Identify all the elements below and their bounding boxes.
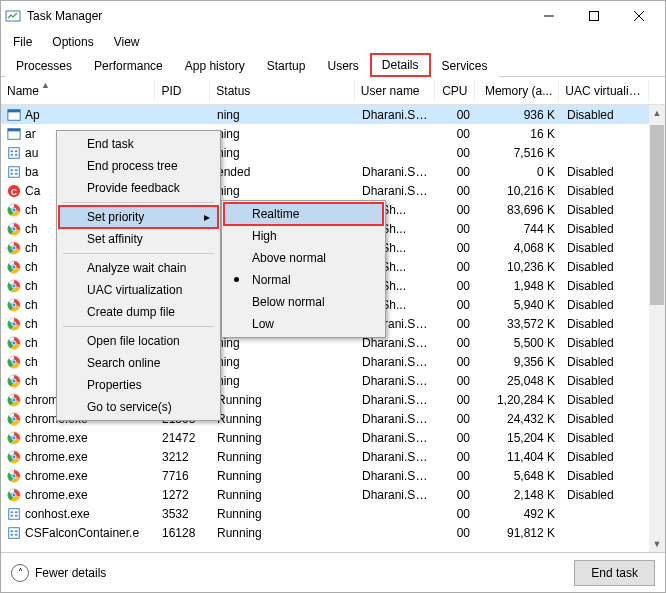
scrollbar-thumb[interactable]: [650, 125, 664, 305]
menu-uac-virt[interactable]: UAC virtualization: [59, 279, 218, 301]
svg-rect-0: [6, 11, 20, 21]
svg-rect-9: [9, 147, 20, 158]
svg-rect-14: [9, 166, 20, 177]
menu-file[interactable]: File: [5, 33, 40, 51]
tab-processes[interactable]: Processes: [5, 55, 83, 77]
sort-asc-icon: ▲: [41, 80, 50, 90]
tab-services[interactable]: Services: [431, 55, 499, 77]
menu-go-to-services[interactable]: Go to service(s): [59, 396, 218, 418]
cell-name: ba: [25, 165, 38, 179]
col-header-pid[interactable]: PID: [155, 80, 210, 102]
col-header-status[interactable]: Status: [210, 80, 355, 102]
cell-status: Running: [211, 522, 356, 543]
statusbar: ˄ Fewer details End task: [1, 552, 665, 592]
menu-analyze-wait[interactable]: Analyze wait chain: [59, 257, 218, 279]
tab-performance[interactable]: Performance: [83, 55, 174, 77]
cell-name: ch: [25, 298, 38, 312]
cell-uac: Disabled: [561, 105, 651, 126]
svg-point-53: [12, 397, 16, 401]
tab-startup[interactable]: Startup: [256, 55, 317, 77]
cell-name: ch: [25, 279, 38, 293]
scroll-down-icon[interactable]: ▼: [649, 536, 665, 552]
menu-priority-above-normal[interactable]: Above normal: [224, 247, 383, 269]
tab-app-history[interactable]: App history: [174, 55, 256, 77]
titlebar[interactable]: Task Manager: [1, 1, 665, 31]
menu-options[interactable]: Options: [44, 33, 101, 51]
svg-point-62: [12, 454, 16, 458]
cell-uac: [561, 149, 651, 157]
svg-rect-15: [11, 169, 14, 171]
menu-set-priority[interactable]: Set priority▸: [59, 206, 218, 228]
menu-priority-high[interactable]: High: [224, 225, 383, 247]
table-row[interactable]: CSFalconContainer.e16128Running0091,812 …: [1, 523, 665, 542]
cell-name: ch: [25, 336, 38, 350]
separator: [63, 202, 214, 203]
cell-memory: 91,812 K: [476, 522, 561, 543]
cell-name: chrome.exe: [25, 431, 88, 445]
context-menu-priority: Realtime High Above normal Normal Below …: [221, 200, 386, 338]
menu-feedback[interactable]: Provide feedback: [59, 177, 218, 199]
menu-priority-low[interactable]: Low: [224, 313, 383, 335]
col-header-memory[interactable]: Memory (a...: [475, 80, 560, 102]
tab-details[interactable]: Details: [370, 53, 431, 77]
menu-open-location[interactable]: Open file location: [59, 330, 218, 352]
table-row[interactable]: ApningDharani.Sh...00936 KDisabled: [1, 105, 665, 124]
tab-users[interactable]: Users: [316, 55, 369, 77]
svg-point-50: [12, 378, 16, 382]
svg-point-23: [12, 207, 16, 211]
menu-search-online[interactable]: Search online: [59, 352, 218, 374]
svg-rect-12: [15, 150, 18, 152]
cell-uac: [561, 510, 651, 518]
menu-view[interactable]: View: [106, 33, 148, 51]
svg-rect-74: [9, 527, 20, 538]
table-row[interactable]: chrome.exe7716RunningDharani.Sh...005,64…: [1, 466, 665, 485]
col-header-cpu[interactable]: CPU: [435, 80, 475, 102]
close-button[interactable]: [616, 1, 661, 31]
maximize-button[interactable]: [571, 1, 616, 31]
fewer-details-button[interactable]: ˄ Fewer details: [11, 564, 106, 582]
minimize-button[interactable]: [526, 1, 571, 31]
table-row[interactable]: chrome.exe1272RunningDharani.Sh...002,14…: [1, 485, 665, 504]
svg-rect-13: [15, 153, 18, 155]
menu-create-dump[interactable]: Create dump file: [59, 301, 218, 323]
context-menu-process: End task End process tree Provide feedba…: [56, 130, 221, 421]
cell-pid: 16128: [156, 522, 211, 543]
scrollbar-vertical[interactable]: ▲ ▼: [649, 105, 665, 552]
table-row[interactable]: chrome.exe3212RunningDharani.Sh...0011,4…: [1, 447, 665, 466]
col-header-uac[interactable]: UAC virtualizat...: [559, 80, 649, 102]
cell-name: au: [25, 146, 38, 160]
col-header-user[interactable]: User name: [355, 80, 435, 102]
cell-name: ch: [25, 241, 38, 255]
svg-point-47: [12, 359, 16, 363]
tab-bar: Processes Performance App history Startu…: [1, 53, 665, 77]
svg-point-38: [12, 302, 16, 306]
cell-name: Ap: [25, 108, 40, 122]
menubar: File Options View: [1, 31, 665, 53]
menu-set-affinity[interactable]: Set affinity: [59, 228, 218, 250]
cell-pid: [156, 111, 211, 119]
column-headers: Name▲ PID Status User name CPU Memory (a…: [1, 77, 665, 105]
cell-name: chrome.exe: [25, 469, 88, 483]
menu-end-task[interactable]: End task: [59, 133, 218, 155]
cell-user: [356, 130, 436, 138]
table-row[interactable]: conhost.exe3532Running00492 K: [1, 504, 665, 523]
svg-point-26: [12, 226, 16, 230]
app-icon: [5, 8, 21, 24]
scroll-up-icon[interactable]: ▲: [649, 105, 665, 121]
table-row[interactable]: chrome.exe21472RunningDharani.Sh...0015,…: [1, 428, 665, 447]
cell-cpu: 00: [436, 522, 476, 543]
svg-point-59: [12, 435, 16, 439]
end-task-button[interactable]: End task: [574, 560, 655, 586]
cell-name: chrome.exe: [25, 488, 88, 502]
menu-priority-realtime[interactable]: Realtime: [224, 203, 383, 225]
menu-properties[interactable]: Properties: [59, 374, 218, 396]
cell-name: ch: [25, 222, 38, 236]
svg-point-44: [12, 340, 16, 344]
svg-rect-75: [11, 530, 14, 532]
menu-priority-below-normal[interactable]: Below normal: [224, 291, 383, 313]
menu-end-tree[interactable]: End process tree: [59, 155, 218, 177]
svg-rect-77: [15, 530, 18, 532]
svg-point-32: [12, 264, 16, 268]
menu-priority-normal[interactable]: Normal: [224, 269, 383, 291]
col-header-name[interactable]: Name▲: [1, 80, 155, 102]
